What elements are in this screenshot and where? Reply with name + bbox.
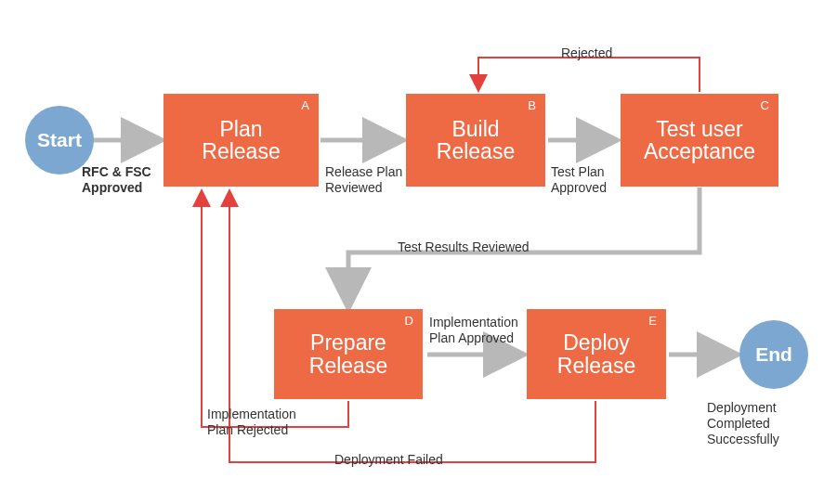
node-d-tag: D — [405, 315, 413, 328]
node-a: A Plan Release — [163, 94, 319, 187]
label-e-end: Deployment Completed Successfully — [707, 400, 779, 446]
label-c-d: Test Results Reviewed — [398, 239, 530, 255]
node-c-tag: C — [761, 99, 769, 112]
label-b-c: Test Plan Approved — [551, 164, 607, 196]
label-start-a: RFC & FSC Approved — [82, 164, 151, 196]
node-d: D Prepare Release — [274, 309, 423, 399]
node-start-label: Start — [37, 129, 82, 151]
arrow-c-to-b-rejected — [478, 58, 700, 92]
node-d-label: Prepare Release — [309, 331, 387, 376]
node-e-label: Deploy Release — [557, 331, 635, 376]
node-c-label: Test user Acceptance — [644, 118, 755, 162]
node-e: E Deploy Release — [527, 309, 666, 399]
node-b-label: Build Release — [437, 118, 515, 162]
label-d-e: Implementation Plan Approved — [429, 315, 518, 346]
label-d-a-rejected: Implementation Plan Rejected — [207, 407, 296, 438]
node-b-tag: B — [528, 99, 536, 112]
node-e-tag: E — [648, 315, 657, 328]
node-b: B Build Release — [406, 94, 545, 187]
node-end-label: End — [755, 343, 792, 366]
node-c: C Test user Acceptance — [621, 94, 778, 187]
label-e-a-rejected: Deployment Failed — [334, 452, 443, 468]
release-flow-diagram: Start End A Plan Release B Build Release… — [0, 0, 837, 504]
node-a-label: Plan Release — [202, 118, 280, 162]
node-end: End — [739, 320, 808, 389]
node-a-tag: A — [301, 99, 309, 112]
label-a-b: Release Plan Reviewed — [325, 164, 402, 196]
label-c-b-rejected: Rejected — [561, 45, 612, 61]
